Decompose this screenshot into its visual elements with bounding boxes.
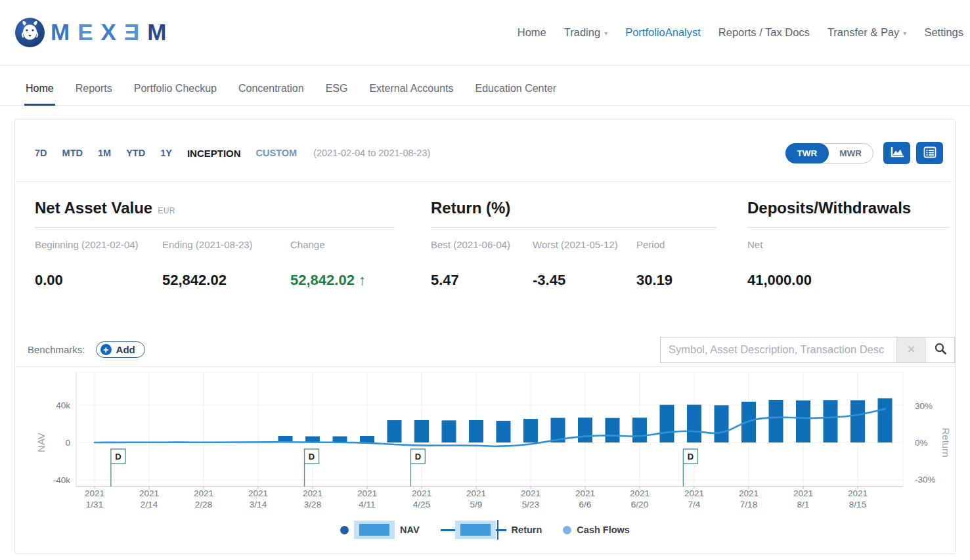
return-line[interactable] [95, 409, 885, 446]
x-tick-label: 8/15 [849, 500, 866, 509]
stat-unit: EUR [158, 206, 175, 215]
brand-letter: E [77, 19, 93, 45]
nav-bar[interactable] [878, 398, 893, 442]
nav-item-trading[interactable]: Trading▾ [564, 26, 607, 39]
nav-item-label: Trading [564, 26, 600, 39]
tab-portfolio-checkup[interactable]: Portfolio Checkup [134, 83, 217, 105]
right-axis-tick-label: 0% [915, 438, 928, 448]
brand-letter: M [51, 19, 70, 45]
x-tick-label: 3/14 [250, 500, 267, 509]
period-option-ytd[interactable]: YTD [126, 148, 145, 158]
chart-legend: NAVReturnCash Flows [15, 515, 955, 539]
x-tick-label: 2021 [793, 488, 813, 498]
nav-bar[interactable] [715, 405, 729, 442]
period-row: 7DMTD1MYTD1YINCEPTIONCUSTOM(2021-02-04 t… [15, 119, 955, 182]
left-axis-tick-label: 40k [56, 400, 70, 410]
search-input[interactable] [661, 337, 896, 362]
period-option-inception[interactable]: INCEPTION [187, 148, 241, 159]
tab-education-center[interactable]: Education Center [475, 83, 557, 105]
stat-label: Net [747, 239, 879, 250]
nav-item-label: Home [518, 26, 546, 39]
search-button[interactable] [925, 337, 954, 362]
tab-reports[interactable]: Reports [76, 83, 112, 105]
nav-bar[interactable] [523, 419, 538, 442]
stat-column: Change52,842.02 ↑ [290, 239, 395, 289]
period-option-7d[interactable]: 7D [35, 148, 47, 158]
benchmarks-label: Benchmarks: [28, 344, 85, 355]
stat-label: Period [636, 239, 716, 250]
tab-home[interactable]: Home [26, 83, 54, 105]
stat-label: Beginning (2021-02-04) [35, 239, 162, 250]
toggle-option-mwr[interactable]: MWR [828, 144, 873, 163]
stat-value: 52,842.02 [162, 272, 290, 289]
x-tick-label: 4/25 [413, 500, 430, 509]
x-icon: ✕ [906, 343, 915, 356]
nav-bar[interactable] [632, 418, 647, 442]
stat-column: Period30.19 [636, 239, 716, 289]
stat-column: Net41,000.00 [747, 239, 879, 289]
area-chart-icon [889, 146, 905, 161]
nav-bar[interactable] [606, 418, 620, 442]
stat-column: Worst (2021-05-12)-3.45 [533, 239, 636, 289]
twr-mwr-toggle[interactable]: TWRMWR [785, 143, 874, 163]
tab-concentration[interactable]: Concentration [238, 83, 304, 105]
stat-label: Ending (2021-08-23) [162, 239, 290, 250]
x-tick-label: 2021 [466, 488, 486, 498]
x-tick-label: 1/31 [86, 500, 103, 509]
nav-bar-swatch [354, 521, 395, 539]
chevron-down-icon: ▾ [604, 30, 607, 37]
x-tick-label: 5/23 [522, 500, 539, 509]
nav-bar[interactable] [496, 421, 511, 442]
x-tick-label: 2021 [139, 488, 159, 498]
nav-bar[interactable] [578, 418, 592, 442]
stat-value: 30.19 [636, 272, 716, 289]
toggle-option-twr[interactable]: TWR [785, 143, 829, 163]
section-tabbar: HomeReportsPortfolio CheckupConcentratio… [0, 66, 970, 106]
stat-column: Ending (2021-08-23)52,842.02 [162, 239, 290, 289]
legend-item-nav[interactable]: NAV [340, 521, 420, 539]
legend-item-cash-flows[interactable]: Cash Flows [563, 525, 630, 535]
nav-item-portfolioanalyst[interactable]: PortfolioAnalyst [625, 26, 701, 39]
x-tick-label: 2021 [739, 488, 759, 498]
nav-item-transfer-pay[interactable]: Transfer & Pay▾ [827, 26, 906, 39]
period-selector: 7DMTD1MYTD1YINCEPTIONCUSTOM(2021-02-04 t… [35, 148, 430, 159]
portfolio-analyst-card: 7DMTD1MYTD1YINCEPTIONCUSTOM(2021-02-04 t… [14, 119, 956, 554]
period-option-1y[interactable]: 1Y [160, 148, 172, 158]
tab-external-accounts[interactable]: External Accounts [369, 83, 453, 105]
x-tick-label: 2/14 [141, 500, 158, 509]
x-tick-label: 3/28 [304, 500, 321, 509]
nav-bar[interactable] [387, 420, 402, 442]
add-benchmark-button[interactable]: + Add [96, 341, 145, 358]
nav-item-home[interactable]: Home [518, 26, 546, 39]
nav-bar[interactable] [414, 420, 429, 442]
nav-bar[interactable] [687, 405, 701, 442]
nav-bar[interactable] [824, 400, 838, 442]
nav-bar[interactable] [469, 420, 483, 442]
table-view-button[interactable] [916, 142, 943, 164]
nav-bar[interactable] [442, 420, 456, 442]
left-axis-tick-label: 0 [65, 438, 70, 448]
nav-bar[interactable] [850, 400, 865, 442]
x-tick-label: 8/1 [797, 500, 810, 509]
nav-item-label: Reports / Tax Docs [718, 26, 810, 39]
x-tick-label: 6/6 [579, 500, 592, 509]
period-option-1m[interactable]: 1M [98, 148, 111, 158]
nav-bar[interactable] [796, 400, 810, 442]
chart-view-button[interactable] [883, 142, 910, 164]
nav-item-settings[interactable]: Settings [924, 26, 963, 39]
nav-bar[interactable] [660, 405, 674, 442]
nav-bar[interactable] [360, 436, 374, 442]
mexem-logo[interactable]: MEXƎM [15, 18, 167, 47]
tab-esg[interactable]: ESG [326, 83, 348, 105]
brand-letters: MEXƎM [51, 19, 167, 45]
nav-item-reports-tax-docs[interactable]: Reports / Tax Docs [718, 26, 810, 39]
performance-chart[interactable]: 20211/3120212/1420212/2820213/1420213/28… [15, 367, 955, 515]
period-option-mtd[interactable]: MTD [62, 148, 83, 158]
period-option-custom[interactable]: CUSTOM [256, 148, 298, 158]
stat-label: Best (2021-06-04) [431, 239, 533, 250]
stat-group-title: Deposits/Withdrawals [747, 199, 911, 217]
stat-column: Beginning (2021-02-04)0.00 [35, 239, 162, 289]
nav-bar[interactable] [769, 400, 783, 442]
legend-item-return[interactable]: Return [441, 521, 542, 539]
clear-search-button[interactable]: ✕ [896, 337, 925, 362]
